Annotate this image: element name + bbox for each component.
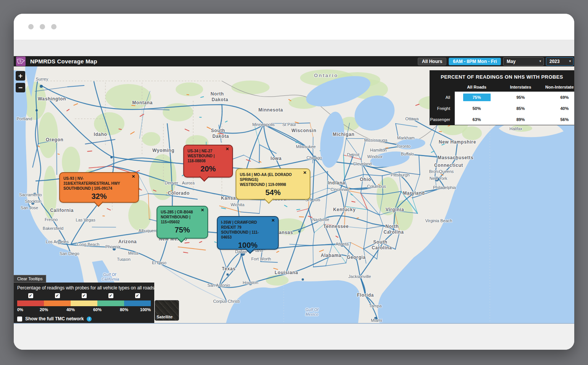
stats-row: All75%95%69% xyxy=(430,92,574,103)
browser-window: NPMRDS Coverage Map All Hours 6AM - 8PM … xyxy=(14,14,574,350)
tooltip-percent-value: 54% xyxy=(236,188,310,197)
map-tooltip-red: ✕US-34 | NE-27WESTBOUND | 118-0880820% xyxy=(183,145,233,178)
stats-value-cell: 63% xyxy=(455,117,499,122)
browser-footer xyxy=(14,324,574,350)
tooltip-close-button[interactable]: ✕ xyxy=(271,218,275,223)
legend-class-checkbox[interactable]: ✔ xyxy=(28,293,33,298)
tooltip-percent-value: 75% xyxy=(157,226,207,234)
map-tooltip-green: ✕US-285 | CR-B048NORTHBOUND | 115+056027… xyxy=(157,206,208,239)
legend-class-checkbox[interactable]: ✔ xyxy=(108,293,113,298)
legend-panel: Percentage of readings with probes for a… xyxy=(14,283,154,324)
tooltip-direction-line: SOUTHBOUND | 105-09174 xyxy=(60,186,138,191)
tooltip-close-button[interactable]: ✕ xyxy=(201,208,204,212)
tmc-label: Show the full TMC network xyxy=(25,316,84,321)
stats-value-cell: 50% xyxy=(455,106,499,111)
window-control-dot[interactable] xyxy=(51,24,57,29)
satellite-label: Satellite xyxy=(155,315,173,321)
map-canvas[interactable]: + − PERCENT OF READINGS ON NHS WITH PROB… xyxy=(14,66,574,324)
app-header: NPMRDS Coverage Map All Hours 6AM - 8PM … xyxy=(14,56,574,66)
tooltip-direction-line: SOUTHBOUND | 111-04653 xyxy=(218,230,278,240)
tooltip-direction-line: WESTBOUND | 118-08808 xyxy=(184,153,232,163)
stats-row-label: All xyxy=(430,95,455,100)
legend-class-checkbox[interactable]: ✔ xyxy=(55,293,60,298)
stats-row-label: Freight xyxy=(430,106,455,111)
stats-value-cell: 89% xyxy=(499,117,543,122)
tooltip-close-button[interactable]: ✕ xyxy=(303,171,307,175)
stats-row: Freight50%85%40% xyxy=(430,103,574,114)
clear-tooltips-button[interactable]: Clear Tooltips xyxy=(14,275,46,283)
year-select-value: 2023 xyxy=(549,59,565,64)
stats-column-header: All Roads xyxy=(455,85,499,89)
month-select[interactable]: May ▼ xyxy=(503,57,544,66)
legend-class: ✔ xyxy=(71,293,97,298)
tooltip-close-button[interactable]: ✕ xyxy=(226,147,229,151)
legend-class: ✔ xyxy=(44,293,71,298)
map-tooltip-orange: ✕US-93 | NV-318/EXTRATERRESTRIAL HWYSOUT… xyxy=(59,172,139,203)
zoom-out-button[interactable]: − xyxy=(16,83,25,92)
tooltip-direction-line: WESTBOUND | 119-09998 xyxy=(236,182,310,187)
map-tooltip-blue: ✕I-35W | CRAWFORD RD/EXIT 79SOUTHBOUND |… xyxy=(217,216,279,250)
tooltip-percent-value: 100% xyxy=(218,241,278,250)
legend-class-checkbox[interactable]: ✔ xyxy=(82,293,87,298)
legend-class: ✔ xyxy=(124,293,151,298)
stats-row-label: Passenger xyxy=(430,117,455,122)
browser-titlebar xyxy=(14,14,574,40)
zoom-in-button[interactable]: + xyxy=(16,71,25,81)
stats-row: Passenger63%89%56% xyxy=(430,114,574,125)
legend-color-segment xyxy=(17,300,44,306)
stats-header-row: All Roads Interstates Non-Interstate NHS xyxy=(430,82,574,92)
tooltip-road-line: US-93 | NV-318/EXTRATERRESTRIAL HWY xyxy=(60,173,138,186)
stats-value-cell: 40% xyxy=(543,106,574,111)
stats-column-header: Interstates xyxy=(499,85,543,89)
legend-tick-label: 20% xyxy=(40,307,48,312)
legend-tick-label: 100% xyxy=(140,307,151,312)
tooltip-direction-line: NORTHBOUND | 115+05602 xyxy=(157,215,207,224)
legend-color-segment xyxy=(71,300,97,306)
tooltip-road-line: US-285 | CR-B048 xyxy=(157,207,207,215)
tooltip-road-line: US-54 | MO-AA (EL DORADO SPRINGS) xyxy=(236,169,310,182)
legend-tick-label: 0% xyxy=(17,307,23,312)
legend-color-segment xyxy=(97,300,124,306)
legend-tick-label: 60% xyxy=(93,307,102,312)
tooltip-close-button[interactable]: ✕ xyxy=(132,174,135,179)
tmc-row: Show the full TMC network i xyxy=(17,316,151,321)
stats-value-cell: 56% xyxy=(543,117,574,122)
app-title: NPMRDS Coverage Map xyxy=(30,58,97,65)
legend-class: ✔ xyxy=(17,293,44,298)
window-control-dot[interactable] xyxy=(40,24,45,29)
chevron-down-icon: ▼ xyxy=(569,60,572,63)
legend-tick-labels: 0%20%40%60%80%100% xyxy=(17,307,151,313)
legend-class-checkbox[interactable]: ✔ xyxy=(135,293,140,298)
tooltip-percent-value: 20% xyxy=(184,165,232,173)
stats-value-cell: 85% xyxy=(499,106,543,111)
window-control-dot[interactable] xyxy=(28,24,34,29)
legend-color-bar xyxy=(17,300,151,306)
info-icon[interactable]: i xyxy=(87,317,92,321)
stats-value-cell: 75% xyxy=(455,94,499,101)
map-tooltip-yellow: ✕US-54 | MO-AA (EL DORADO SPRINGS)WESTBO… xyxy=(236,168,310,200)
satellite-button[interactable]: Satellite xyxy=(155,300,179,321)
legend-title: Percentage of readings with probes for a… xyxy=(17,285,151,291)
year-select[interactable]: 2023 ▼ xyxy=(546,57,573,66)
legend-tick-label: 40% xyxy=(66,307,75,312)
tooltip-percent-value: 32% xyxy=(60,192,138,201)
legend-checkbox-row: ✔✔✔✔✔ xyxy=(17,293,151,298)
app-logo-icon xyxy=(16,57,26,66)
legend-tick-label: 80% xyxy=(120,307,128,312)
stats-column-header: Non-Interstate NHS xyxy=(543,85,574,89)
stats-value-cell: 69% xyxy=(543,95,574,100)
tmc-checkbox[interactable] xyxy=(17,317,22,321)
stats-value-cell: 95% xyxy=(499,95,543,100)
peak-hours-button[interactable]: 6AM - 8PM Mon - Fri xyxy=(449,58,501,65)
stats-panel: PERCENT OF READINGS ON NHS WITH PROBES A… xyxy=(430,70,574,125)
month-select-value: May xyxy=(507,59,536,64)
tooltip-road-line: I-35W | CRAWFORD RD/EXIT 79 xyxy=(218,217,278,230)
tooltip-road-line: US-34 | NE-27 xyxy=(184,145,232,153)
chevron-down-icon: ▼ xyxy=(539,60,542,63)
legend-class: ✔ xyxy=(97,293,124,298)
all-hours-button[interactable]: All Hours xyxy=(418,58,446,65)
legend-color-segment xyxy=(44,300,71,306)
stats-panel-title: PERCENT OF READINGS ON NHS WITH PROBES xyxy=(430,70,574,82)
legend-color-segment xyxy=(124,300,151,306)
browser-toolbar-strip xyxy=(14,40,574,56)
